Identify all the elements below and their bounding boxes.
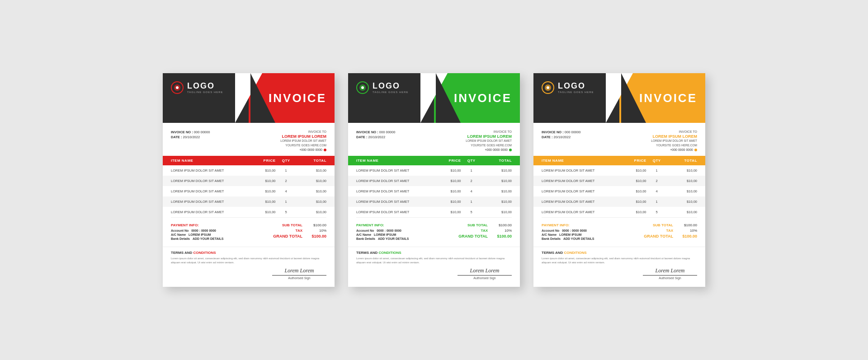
subtotal-row: SUB TOTAL $100.00 bbox=[458, 223, 512, 227]
invoice-card-green: LOGO TAGLINE GOES HERE INVOICE INVOICE N… bbox=[348, 73, 520, 287]
table-header-price: PRICE bbox=[245, 159, 275, 163]
item-qty: 2 bbox=[461, 179, 482, 183]
table-row: LOREM IPSUM DOLOR SIT AMET $10,00 2 $10,… bbox=[163, 176, 335, 186]
invoice-header: LOGO TAGLINE GOES HERE INVOICE bbox=[163, 73, 335, 123]
contact-dot-icon bbox=[509, 149, 512, 151]
payment-acname-value: LOREM IPSUM bbox=[559, 233, 581, 236]
client-phone: +000 0000 0000 bbox=[485, 148, 508, 151]
client-name: LOREM IPSUM LOREM bbox=[651, 134, 697, 139]
totals-area: SUB TOTAL $100.00 TAX 10% GRAND TOTAL $1… bbox=[458, 223, 512, 238]
logo-icon bbox=[356, 81, 369, 94]
bottom-section: PAYMENT INFO: Account No 0000 : 0000 000… bbox=[533, 218, 705, 247]
logo-text: LOGO bbox=[373, 82, 409, 91]
item-qty: 1 bbox=[276, 168, 297, 173]
tax-row: TAX 10% bbox=[644, 229, 697, 233]
invoice-info-section: INVOICE NO : 000 00000 DATE : 20/10/2022… bbox=[533, 123, 705, 156]
item-name: LOREM IPSUM DOLOR SIT AMET bbox=[171, 210, 245, 214]
totals-area: SUB TOTAL $100.00 TAX 10% GRAND TOTAL $1… bbox=[644, 223, 697, 238]
tax-label: TAX bbox=[296, 229, 302, 233]
table-header: ITEM NAME PRICE QTY TOTAL bbox=[348, 156, 520, 165]
svg-point-2 bbox=[176, 86, 179, 89]
item-qty: 5 bbox=[646, 210, 667, 214]
table-header-qty: QTY bbox=[646, 159, 667, 163]
invoice-date-label: DATE : bbox=[171, 135, 182, 139]
logo-icon bbox=[542, 81, 554, 94]
payment-info-label: PAYMENT INFO: bbox=[542, 223, 594, 227]
invoice-number-value: 000 00000 bbox=[379, 130, 395, 134]
item-price: $10,00 bbox=[616, 200, 646, 204]
table-row: LOREM IPSUM DOLOR SIT AMET $10,00 2 $10,… bbox=[348, 176, 520, 186]
payment-bank-row: Bank Details ADD YOUR DETAILS bbox=[542, 237, 594, 240]
invoice-number-label: INVOICE NO : bbox=[356, 130, 378, 134]
item-name: LOREM IPSUM DOLOR SIT AMET bbox=[356, 179, 431, 183]
signature-line bbox=[458, 275, 512, 276]
payment-acname-value: LOREM IPSUM bbox=[189, 233, 211, 236]
invoice-title: INVOICE bbox=[639, 91, 697, 105]
payment-acname-row: A/C Name LOREM IPSUM bbox=[356, 233, 409, 236]
terms-section: TERMS AND CONDITIONS Lorem ipsum dolor s… bbox=[533, 247, 705, 267]
table-row: LOREM IPSUM DOLOR SIT AMET $10,00 1 $10,… bbox=[533, 165, 705, 176]
table-row: LOREM IPSUM DOLOR SIT AMET $10,00 1 $10,… bbox=[533, 196, 705, 207]
invoice-title: INVOICE bbox=[454, 91, 512, 105]
logo-tagline: TAGLINE GOES HERE bbox=[373, 91, 409, 94]
item-price: $10,00 bbox=[616, 168, 646, 173]
item-name: LOREM IPSUM DOLOR SIT AMET bbox=[542, 200, 616, 204]
item-name: LOREM IPSUM DOLOR SIT AMET bbox=[542, 210, 616, 214]
table-header-qty: QTY bbox=[276, 159, 297, 163]
item-qty: 2 bbox=[646, 179, 667, 183]
table-header: ITEM NAME PRICE QTY TOTAL bbox=[533, 156, 705, 165]
subtotal-row: SUB TOTAL $100.00 bbox=[644, 223, 697, 227]
item-price: $10,00 bbox=[245, 200, 275, 204]
subtotal-label: SUB TOTAL bbox=[653, 223, 673, 227]
tax-value: 10% bbox=[491, 229, 512, 233]
item-name: LOREM IPSUM DOLOR SIT AMET bbox=[542, 189, 616, 193]
terms-text: Lorem ipsum dolor sit amet, consecteuer … bbox=[356, 257, 512, 265]
table-header-name: ITEM NAME bbox=[542, 159, 616, 163]
payment-acname-value: LOREM IPSUM bbox=[374, 233, 396, 236]
subtotal-row: SUB TOTAL $100.00 bbox=[273, 223, 326, 227]
item-qty: 5 bbox=[461, 210, 482, 214]
invoice-date-row: DATE : 20/10/2022 bbox=[542, 135, 580, 139]
tax-value: 10% bbox=[677, 229, 697, 233]
payment-info: PAYMENT INFO: Account No 0000 : 0000 000… bbox=[171, 223, 223, 241]
client-website: YOURSITE GOES HERE.COM bbox=[280, 143, 326, 148]
payment-account-label: Account No bbox=[542, 229, 559, 232]
signature-area: Lorem Lorem Authorised Sign bbox=[643, 267, 697, 280]
payment-account-value: 0000 : 0000 0000 bbox=[562, 229, 587, 232]
terms-title: TERMS AND CONDITIONS bbox=[171, 251, 326, 255]
table-header-price: PRICE bbox=[616, 159, 646, 163]
tax-value: 10% bbox=[306, 229, 326, 233]
bottom-section: PAYMENT INFO: Account No 0000 : 0000 000… bbox=[163, 218, 335, 247]
terms-text: Lorem ipsum dolor sit amet, consecteuer … bbox=[542, 257, 697, 265]
signature-area: Lorem Lorem Authorised Sign bbox=[272, 267, 326, 280]
grand-total-label: GRAND TOTAL bbox=[458, 234, 488, 238]
client-address: LOREM IPSUM DOLOR SIT AMET bbox=[651, 139, 697, 143]
invoice-info-left: INVOICE NO : 000 00000 DATE : 20/10/2022 bbox=[171, 130, 210, 152]
payment-account-label: Account No bbox=[171, 229, 189, 232]
table-row: LOREM IPSUM DOLOR SIT AMET $10,00 4 $10,… bbox=[533, 186, 705, 196]
item-qty: 4 bbox=[646, 189, 667, 193]
terms-title-accent: CONDITIONS bbox=[193, 251, 216, 255]
grand-total-value: $100.00 bbox=[306, 234, 326, 238]
logo-text-area: LOGO TAGLINE GOES HERE bbox=[558, 82, 594, 94]
terms-title: TERMS AND CONDITIONS bbox=[356, 251, 512, 255]
signature-name: Lorem Lorem bbox=[643, 267, 697, 274]
table-row: LOREM IPSUM DOLOR SIT AMET $10,00 5 $10,… bbox=[163, 207, 335, 217]
signature-line bbox=[643, 275, 697, 276]
client-phone: +000 0000 0000 bbox=[299, 148, 322, 151]
client-website: YOURSITE GOES HERE.COM bbox=[466, 143, 512, 148]
item-name: LOREM IPSUM DOLOR SIT AMET bbox=[542, 179, 616, 183]
invoice-number-row: INVOICE NO : 000 00000 bbox=[542, 130, 580, 134]
client-phone: +000 0000 0000 bbox=[670, 148, 693, 151]
payment-account-row: Account No 0000 : 0000 0000 bbox=[542, 229, 594, 232]
terms-section: TERMS AND CONDITIONS Lorem ipsum dolor s… bbox=[348, 247, 520, 267]
item-qty: 5 bbox=[276, 210, 297, 214]
logo-tagline: TAGLINE GOES HERE bbox=[187, 91, 223, 94]
payment-account-value: 0000 : 0000 0000 bbox=[377, 229, 401, 232]
item-name: LOREM IPSUM DOLOR SIT AMET bbox=[356, 189, 431, 193]
payment-bank-row: Bank Details ADD YOUR DETAILS bbox=[171, 237, 223, 240]
item-total: $10,00 bbox=[667, 210, 697, 214]
invoice-info-left: INVOICE NO : 000 00000 DATE : 20/10/2022 bbox=[356, 130, 395, 152]
logo-tagline: TAGLINE GOES HERE bbox=[558, 91, 594, 94]
item-name: LOREM IPSUM DOLOR SIT AMET bbox=[542, 168, 616, 173]
